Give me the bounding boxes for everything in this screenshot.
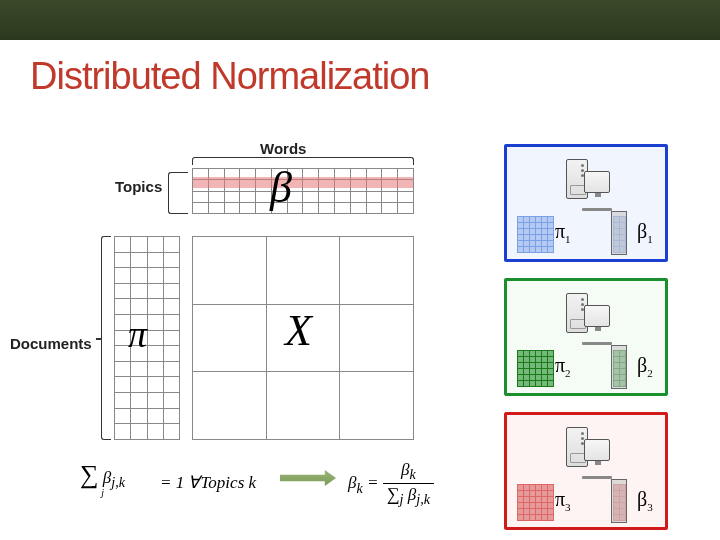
worker-node-1: π1 β1 [504,144,668,262]
label-topics: Topics [115,178,162,195]
eq-1-topics: = 1 ∀Topics k [160,472,256,493]
node-pi-label: π3 [555,488,571,513]
mini-pi-grid [517,484,554,521]
beta-row-highlight [193,177,413,188]
server-icon [562,423,610,471]
worker-node-3: π3 β3 [504,412,668,530]
node-beta-label: β3 [637,488,653,513]
slide-title: Distributed Normalization [30,55,430,98]
beta-column-overlay [611,211,627,255]
arrow-icon [280,470,336,486]
server-icon [562,155,610,203]
sum-symbol: ∑ [80,460,99,489]
server-icon [562,289,610,337]
bracket-words [192,157,414,165]
label-documents: Documents [10,335,92,352]
bracket-documents [101,236,111,440]
beta-column-overlay [611,479,627,523]
normalization-fraction: βk = βk ∑j βj,k [348,460,434,509]
beta-jk: βj,k [103,468,125,487]
symbol-beta: β [270,162,292,213]
bracket-topics [168,172,188,214]
mini-pi-grid [517,350,554,387]
formula: ∑ βj,k j = 1 ∀Topics k βk = βk ∑j βj,k [80,460,540,520]
node-beta-label: β2 [637,354,653,379]
symbol-X: X [285,305,312,356]
beta-column-overlay [611,345,627,389]
matrix-beta [192,168,414,214]
node-pi-label: π1 [555,220,571,245]
mini-pi-grid [517,216,554,253]
symbol-pi: π [128,312,147,356]
node-pi-label: π2 [555,354,571,379]
worker-node-2: π2 β2 [504,278,668,396]
title-bar [0,0,720,40]
label-words: Words [260,140,306,157]
node-beta-label: β1 [637,220,653,245]
